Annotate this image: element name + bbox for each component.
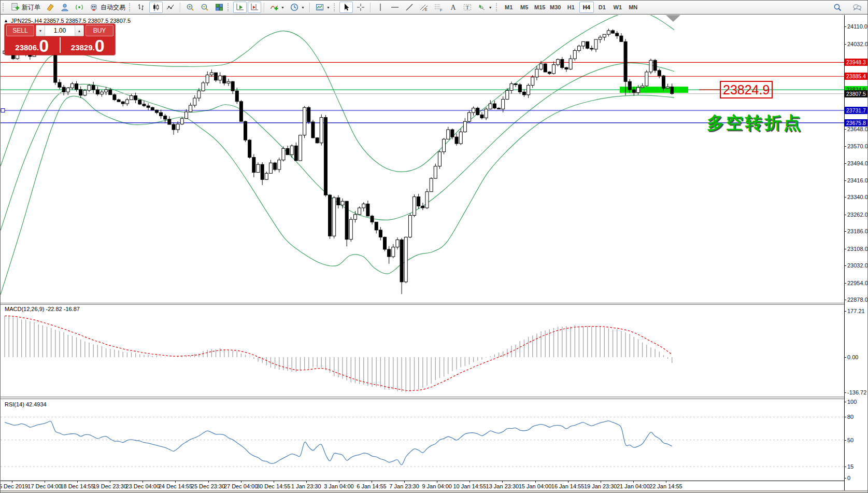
bar-chart-button[interactable] [135,2,148,13]
candle-body [100,92,103,94]
candle-body [252,158,255,173]
price-axis-label: 23570.0 [847,143,868,149]
templates-button[interactable]: ▼ [313,2,332,13]
timeframe-m30-button[interactable]: M30 [548,2,563,13]
candle-body [599,37,602,39]
profile-button[interactable] [58,2,72,13]
candle-body [210,73,213,75]
hline-handle[interactable] [1,108,5,112]
timeframe-d1-button[interactable]: D1 [595,2,609,13]
timeframe-m5-button[interactable]: M5 [517,2,532,13]
line-chart-button[interactable] [164,2,177,13]
periods-button[interactable]: ▼ [288,2,307,13]
volume-decrease-button[interactable]: ▼ [36,25,45,36]
dropdown-arrow-icon[interactable]: ▼ [326,6,330,9]
dropdown-arrow-icon[interactable]: ▼ [301,6,305,9]
sell-price[interactable]: 23806.0 [5,36,60,54]
toolbar-separator [309,3,310,12]
turning-point-annotation[interactable]: 多空转折点 [707,111,803,135]
buy-button[interactable]: BUY [86,25,113,36]
time-axis-label: 18 Dec 14:55 [60,483,94,489]
buy-price-pip: 0 [95,39,105,53]
toolbar-grip[interactable] [334,3,337,11]
chat-button[interactable] [850,2,864,13]
buy-price[interactable]: 23829.0 [61,36,116,54]
candle-body [476,108,479,115]
styles-button[interactable] [44,2,57,13]
timeframe-mn-button[interactable]: MN [626,2,641,13]
time-tick [502,481,503,483]
macd-scale-label: 177.21 [847,308,865,314]
candle-body [400,240,403,282]
price-callout-label[interactable]: 23824.9 [720,81,773,98]
candle-body [425,192,429,208]
zoom-in-button[interactable] [183,2,197,13]
toolbar-grip[interactable] [496,3,499,11]
text-label-icon: T [463,3,472,12]
timeframe-h1-button[interactable]: H1 [564,2,578,13]
equidistant-channel-tool-button[interactable]: E [417,2,431,13]
dropdown-arrow-icon[interactable]: ▼ [489,6,492,9]
text-tool-button[interactable]: A [446,2,460,13]
timeframe-m15-button[interactable]: M15 [533,2,547,13]
vertical-line-tool-button[interactable] [374,2,387,13]
axis-tick [845,300,846,300]
volume-increase-button[interactable]: ▲ [75,25,83,36]
text-label-tool-button[interactable]: T [461,2,474,13]
volume-value[interactable]: 1.00 [45,25,75,36]
time-axis[interactable]: 15 Dec 201917 Dec 04:0018 Dec 14:5519 De… [1,481,844,490]
time-axis-label: 27 Dec 04:00 [224,483,258,489]
auto-scroll-button[interactable] [233,2,247,13]
candle-body [143,104,146,106]
cursor-tool-button[interactable] [339,2,353,13]
candle-body [235,91,238,102]
horizontal-line-tool-button[interactable] [388,2,402,13]
symbol-search-button[interactable] [831,2,844,13]
candlestick-chart-button[interactable] [149,2,163,13]
svg-text:T: T [465,4,469,10]
new-order-button[interactable]: 新订单 [8,2,42,13]
price-axis[interactable]: 24110.024032.023956.023878.023802.023724… [845,15,868,490]
axis-tick [845,146,846,147]
candle-body [316,138,319,143]
candle-body [274,163,277,170]
one-click-trading-panel: SELL ▼ 1.00 ▲ BUY 23806.0 23829.0 [5,24,115,55]
trendline-tool-button[interactable] [403,2,416,13]
auto-trading-button[interactable]: 自动交易 [87,2,127,13]
time-tick [568,481,568,483]
candle-body [83,90,87,95]
axis-tick [845,478,846,478]
toolbar-grip[interactable] [3,3,6,11]
candle-body [510,84,513,91]
toolbar-grip[interactable] [129,3,132,11]
dropdown-arrow-icon[interactable]: ▼ [281,6,284,9]
bollinger-middle-band [1,63,674,230]
chart-shift-button[interactable] [248,2,261,13]
new-order-button-label: 新订单 [22,3,40,12]
toolbar-grip[interactable] [227,3,231,11]
candle-body [329,195,332,236]
timeframe-h4-button[interactable]: H4 [579,2,594,13]
candle-body [451,130,454,137]
candle-body [434,166,437,179]
zoom-out-button[interactable] [198,2,211,13]
timeframe-m1-button[interactable]: M1 [502,2,516,13]
time-tick [372,481,372,483]
candle-body [362,204,365,208]
volume-stepper: ▼ 1.00 ▲ [36,25,84,36]
chart-shift-marker-icon[interactable] [666,15,680,22]
arrows-tool-button[interactable]: ▼ [475,2,494,13]
candle-body [586,41,589,48]
signals-button[interactable] [73,2,86,13]
candle-body [202,83,205,91]
crosshair-tool-button[interactable] [354,2,367,13]
candle-body [193,98,196,105]
tile-windows-button[interactable] [212,2,226,13]
collapse-panel-icon[interactable]: ▲ [4,18,8,23]
candle-body [109,90,112,95]
sell-button[interactable]: SELL [6,25,34,36]
add-indicator-button[interactable]: ▼ [267,2,287,13]
candle-body [620,36,623,41]
fibonacci-tool-button[interactable]: F [432,2,445,13]
timeframe-w1-button[interactable]: W1 [610,2,625,13]
